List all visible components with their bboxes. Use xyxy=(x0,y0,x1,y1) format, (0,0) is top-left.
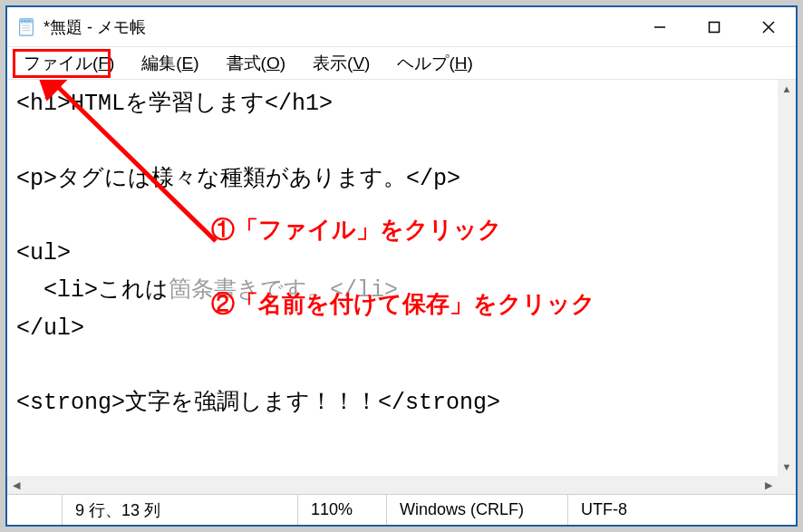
svg-point-2 xyxy=(22,20,23,21)
scroll-left-icon[interactable]: ◀ xyxy=(7,476,25,494)
scroll-track[interactable] xyxy=(25,476,759,494)
scroll-track[interactable] xyxy=(778,98,796,458)
notepad-icon xyxy=(16,17,36,37)
minimize-button[interactable] xyxy=(633,7,687,46)
doc-line-gray: 箇条書きです。</li> xyxy=(169,277,398,304)
text-area[interactable]: <h1>HTMLを学習します</h1> <p>タグには様々な種類があります。</… xyxy=(7,80,778,476)
content-area: <h1>HTMLを学習します</h1> <p>タグには様々な種類があります。</… xyxy=(7,80,796,494)
titlebar: *無題 - メモ帳 xyxy=(7,7,796,47)
menu-edit[interactable]: 編集(E) xyxy=(136,50,204,77)
horizontal-scrollbar[interactable]: ◀ ▶ xyxy=(7,476,778,494)
menu-file[interactable]: ファイル(F) xyxy=(18,50,120,77)
menu-view[interactable]: 表示(V) xyxy=(307,50,375,77)
doc-line: <li>これは xyxy=(16,277,169,304)
svg-point-3 xyxy=(24,20,24,21)
menu-format[interactable]: 書式(O) xyxy=(221,50,291,77)
svg-point-5 xyxy=(29,20,30,21)
statusbar: 9 行、13 列 110% Windows (CRLF) UTF-8 xyxy=(7,494,796,525)
maximize-button[interactable] xyxy=(687,7,741,46)
window-controls xyxy=(633,7,796,46)
scroll-up-icon[interactable]: ▲ xyxy=(778,80,796,98)
svg-point-4 xyxy=(26,20,27,21)
svg-rect-10 xyxy=(710,22,720,32)
doc-line: <ul> xyxy=(16,240,71,266)
status-encoding: UTF-8 xyxy=(567,495,796,525)
doc-line: <p>タグには様々な種類があります。</p> xyxy=(16,166,460,192)
notepad-window: *無題 - メモ帳 ファイル(F) 編集(E) 書式(O) 表示(V) ヘルプ(… xyxy=(5,5,798,527)
close-button[interactable] xyxy=(741,7,796,46)
menu-help[interactable]: ヘルプ(H) xyxy=(392,50,478,77)
doc-line: </ul> xyxy=(16,315,84,342)
status-zoom: 110% xyxy=(297,495,386,525)
doc-line: <strong>文字を強調します！！！</strong> xyxy=(16,390,500,416)
scroll-down-icon[interactable]: ▼ xyxy=(778,458,796,476)
status-cursor-position: 9 行、13 列 xyxy=(62,495,297,525)
status-spacer xyxy=(7,495,62,525)
vertical-scrollbar[interactable]: ▲ ▼ xyxy=(778,80,796,476)
scroll-right-icon[interactable]: ▶ xyxy=(759,476,778,494)
menubar: ファイル(F) 編集(E) 書式(O) 表示(V) ヘルプ(H) xyxy=(7,47,796,80)
doc-line: <h1>HTMLを学習します</h1> xyxy=(16,91,333,117)
window-title: *無題 - メモ帳 xyxy=(44,16,633,38)
scrollbar-corner xyxy=(778,476,796,494)
status-line-ending: Windows (CRLF) xyxy=(386,495,567,525)
